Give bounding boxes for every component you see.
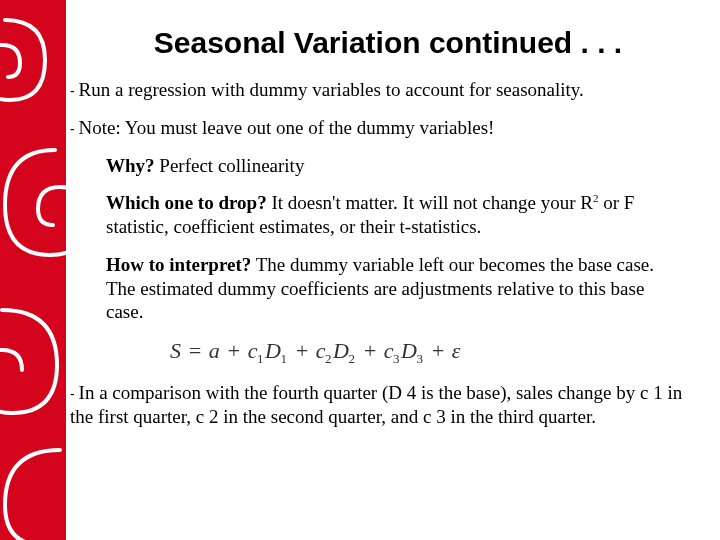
sub-interpret: How to interpret? The dummy variable lef… bbox=[106, 253, 690, 324]
eq-D: D bbox=[265, 338, 281, 363]
svg-rect-0 bbox=[0, 0, 66, 540]
eq-sub1: 1 bbox=[280, 351, 287, 366]
eq-sub3: 3 bbox=[393, 351, 400, 366]
eq-D: D bbox=[333, 338, 349, 363]
eq-D: D bbox=[401, 338, 417, 363]
dash-icon: - bbox=[70, 83, 79, 99]
swirl-art-icon bbox=[0, 0, 66, 540]
sub-answer-part1: It doesn't matter. It will not change yo… bbox=[267, 192, 593, 213]
sub-answer: Perfect collinearity bbox=[155, 155, 305, 176]
sub-label: Why? bbox=[106, 155, 155, 176]
content-area: Seasonal Variation continued . . . - Run… bbox=[70, 0, 710, 540]
eq-plus: + bbox=[356, 338, 383, 363]
sub-why: Why? Perfect collinearity bbox=[106, 154, 690, 178]
sub-label: How to interpret? bbox=[106, 254, 251, 275]
eq-sub3: 3 bbox=[416, 351, 423, 366]
decorative-sidebar bbox=[0, 0, 66, 540]
eq-sub1: 1 bbox=[257, 351, 264, 366]
dash-icon: - bbox=[70, 386, 79, 402]
sub-which-drop: Which one to drop? It doesn't matter. It… bbox=[106, 191, 690, 239]
eq-lhs: S bbox=[170, 338, 182, 363]
eq-a: a bbox=[209, 338, 221, 363]
sub-label: Which one to drop? bbox=[106, 192, 267, 213]
slide: Seasonal Variation continued . . . - Run… bbox=[0, 0, 720, 540]
eq-sub2: 2 bbox=[348, 351, 355, 366]
dash-icon: - bbox=[70, 121, 79, 137]
eq-plus: + bbox=[220, 338, 247, 363]
regression-equation: S = a + c1D1 + c2D2 + c3D3 + ε bbox=[170, 338, 690, 367]
bullet-regression: - Run a regression with dummy variables … bbox=[70, 78, 690, 102]
bullet-text: In a comparison with the fourth quarter … bbox=[70, 382, 682, 427]
slide-title: Seasonal Variation continued . . . bbox=[86, 26, 690, 60]
bullet-text: Note: You must leave out one of the dumm… bbox=[79, 117, 495, 138]
eq-equals: = bbox=[182, 338, 209, 363]
eq-plus: + bbox=[288, 338, 315, 363]
eq-plus: + bbox=[424, 338, 451, 363]
eq-eps: ε bbox=[452, 338, 461, 363]
eq-sub2: 2 bbox=[325, 351, 332, 366]
bullet-note: - Note: You must leave out one of the du… bbox=[70, 116, 690, 140]
bullet-text: Run a regression with dummy variables to… bbox=[79, 79, 584, 100]
bullet-comparison: - In a comparison with the fourth quarte… bbox=[70, 381, 690, 429]
